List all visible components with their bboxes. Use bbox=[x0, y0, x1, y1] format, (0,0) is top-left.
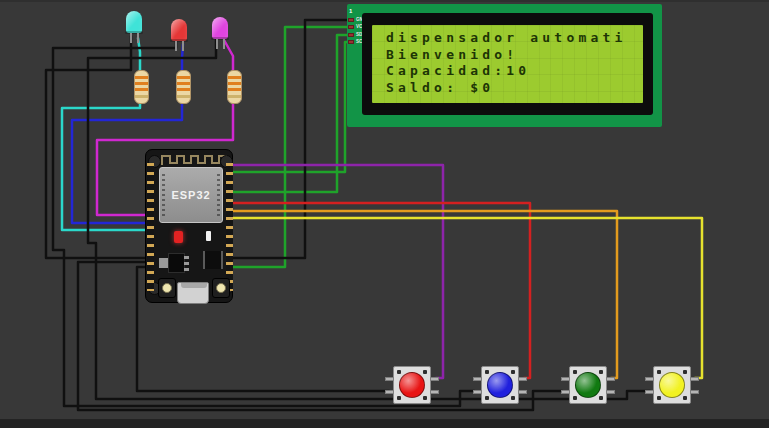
button-cap-blue[interactable] bbox=[487, 372, 513, 398]
lcd-pin1-marker: 1 bbox=[349, 8, 352, 14]
button-pin bbox=[690, 377, 699, 381]
resistor-band bbox=[177, 82, 190, 85]
pushbutton-red[interactable] bbox=[393, 366, 431, 404]
button-pin bbox=[606, 390, 615, 394]
boot-button-cap bbox=[216, 283, 226, 293]
esp32-label: ESP32 bbox=[171, 189, 210, 201]
resistor-band bbox=[177, 76, 190, 79]
regulator-leg bbox=[184, 256, 189, 259]
button-corner-dot bbox=[683, 370, 687, 374]
button-pin bbox=[690, 390, 699, 394]
en-button[interactable] bbox=[158, 278, 176, 298]
resistor-band bbox=[135, 82, 148, 85]
resistor-band bbox=[228, 95, 241, 98]
button-corner-dot bbox=[573, 370, 577, 374]
resistor-band bbox=[177, 95, 190, 98]
resistor-led3[interactable] bbox=[227, 70, 242, 104]
wire-btn4-signal bbox=[228, 218, 702, 378]
button-corner-dot bbox=[599, 370, 603, 374]
resistor-led2[interactable] bbox=[176, 70, 191, 104]
voltage-regulator bbox=[168, 253, 185, 273]
wire-btn3-signal bbox=[228, 211, 617, 378]
led-flange bbox=[211, 37, 229, 40]
lcd-pin-vcc bbox=[348, 25, 354, 29]
pushbutton-blue[interactable] bbox=[481, 366, 519, 404]
power-led bbox=[174, 231, 183, 243]
pin-header-left bbox=[147, 163, 154, 291]
led-leg bbox=[182, 41, 184, 51]
button-corner-dot bbox=[397, 396, 401, 400]
simulator-canvas: ESP32 1 GND VCC SDA SCL dispensado bbox=[0, 0, 769, 428]
top-strip bbox=[0, 0, 769, 2]
button-pin bbox=[385, 390, 394, 394]
resistor-band bbox=[177, 88, 190, 91]
led-red[interactable] bbox=[171, 19, 187, 41]
button-corner-dot bbox=[485, 370, 489, 374]
button-pin bbox=[561, 390, 570, 394]
usb-uart-ic bbox=[203, 251, 223, 269]
lcd-line-3: Capacidad:10 bbox=[386, 63, 643, 80]
button-corner-dot bbox=[657, 370, 661, 374]
regulator-tab bbox=[159, 258, 168, 268]
esp32-board[interactable]: ESP32 bbox=[145, 149, 233, 303]
wire-lcd-vcc bbox=[228, 27, 349, 267]
led-leg bbox=[175, 41, 177, 51]
lcd-pin-scl bbox=[348, 40, 354, 44]
button-pin bbox=[606, 377, 615, 381]
lcd-bezel: dispensador automati Bienvenido! Capacid… bbox=[362, 13, 653, 115]
wire-led1-anode bbox=[62, 38, 152, 230]
button-pin bbox=[430, 377, 439, 381]
lcd-pin-gnd bbox=[348, 18, 354, 22]
led-flange bbox=[170, 39, 188, 42]
button-corner-dot bbox=[657, 396, 661, 400]
led-leg bbox=[130, 33, 132, 43]
button-pin bbox=[385, 377, 394, 381]
en-button-cap bbox=[162, 283, 172, 293]
lcd-module[interactable]: 1 GND VCC SDA SCL dispensador automati B… bbox=[347, 4, 662, 127]
button-corner-dot bbox=[573, 396, 577, 400]
button-corner-dot bbox=[683, 396, 687, 400]
lcd-line-1: dispensador automati bbox=[386, 30, 643, 47]
resistor-led1[interactable] bbox=[134, 70, 149, 104]
wire-btn1-signal bbox=[228, 165, 443, 378]
lcd-line-2: Bienvenido! bbox=[386, 47, 643, 64]
wire-lcd-sda bbox=[228, 35, 349, 192]
button-pin bbox=[430, 390, 439, 394]
wire-btn2-signal bbox=[228, 203, 530, 378]
onboard-led bbox=[206, 231, 211, 241]
pushbutton-yellow[interactable] bbox=[653, 366, 691, 404]
button-cap-green[interactable] bbox=[575, 372, 601, 398]
wire-lcd-gnd bbox=[228, 20, 349, 258]
led-cyan[interactable] bbox=[126, 11, 142, 33]
resistor-band bbox=[228, 88, 241, 91]
lcd-pin-sda bbox=[348, 33, 354, 37]
button-corner-dot bbox=[423, 370, 427, 374]
resistor-band bbox=[228, 82, 241, 85]
button-pin bbox=[473, 390, 482, 394]
lcd-screen: dispensador automati Bienvenido! Capacid… bbox=[372, 25, 643, 103]
led-leg bbox=[137, 33, 139, 43]
led-leg bbox=[216, 39, 218, 49]
button-corner-dot bbox=[599, 396, 603, 400]
button-pin bbox=[561, 377, 570, 381]
button-corner-dot bbox=[485, 396, 489, 400]
resistor-band bbox=[135, 95, 148, 98]
led-flange bbox=[125, 31, 143, 34]
regulator-leg bbox=[184, 268, 189, 271]
pushbutton-green[interactable] bbox=[569, 366, 607, 404]
button-pin bbox=[645, 377, 654, 381]
button-corner-dot bbox=[511, 370, 515, 374]
led-magenta[interactable] bbox=[212, 17, 228, 39]
button-corner-dot bbox=[423, 396, 427, 400]
button-pin bbox=[473, 377, 482, 381]
resistor-band bbox=[135, 76, 148, 79]
boot-button[interactable] bbox=[212, 278, 230, 298]
button-cap-yellow[interactable] bbox=[659, 372, 685, 398]
button-pin bbox=[518, 377, 527, 381]
usb-connector-lip bbox=[181, 283, 207, 288]
button-pin bbox=[518, 390, 527, 394]
regulator-leg bbox=[184, 262, 189, 265]
button-corner-dot bbox=[511, 396, 515, 400]
led-leg bbox=[223, 39, 225, 49]
button-cap-red[interactable] bbox=[399, 372, 425, 398]
